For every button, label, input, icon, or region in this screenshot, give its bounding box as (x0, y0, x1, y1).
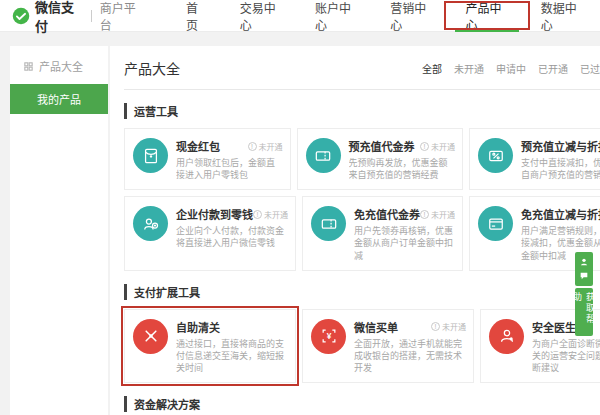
section-title-payment-extension-tools: 支付扩展工具 (124, 284, 600, 300)
brand-logo[interactable]: 微信支付 商户平台 (12, 0, 144, 35)
main-content: 产品大全 全部 未开通 申请中 已开通 已过期 已关闭 运营工具 (110, 46, 600, 415)
pay-bill-icon: ¥ (311, 319, 346, 354)
status-badge: !未开通 (248, 141, 283, 152)
product-card-cash-red-packet[interactable]: 现金红包 !未开通 用户领取红包后，金额直接进入用户零钱包 (124, 128, 291, 190)
product-desc: 先预购再发放，优惠金额来自预充值的营销经费 (349, 157, 456, 181)
product-card-self-customs-clearance[interactable]: 自助清关 通过接口，直接将商品的支付信息递交至海关，缩短报关时间 (124, 309, 296, 383)
status-badge: !未开通 (431, 321, 466, 332)
active-tab-underline (455, 29, 518, 32)
contact-service-button[interactable] (575, 252, 593, 286)
product-desc: 全面开放，通过手机就能完成收银台的搭建，无需技术开发 (354, 338, 466, 374)
body-area: 产品大全 我的产品 产品大全 全部 未开通 申请中 已开通 已过期 已关闭 运营… (0, 32, 600, 415)
card-row: 企业付款到零钱 !未开通 企业向个人付款，付款资金将直接进入用户微信零钱 免充值… (124, 196, 600, 270)
product-card-prefunded-voucher[interactable]: 预充值代金券 !未开通 先预购再发放，优惠金额来自预充值的营销经费 (297, 128, 464, 190)
product-title: 企业付款到零钱 (176, 206, 253, 222)
product-desc: 支付中直接减扣，优惠金额来自商户预充值的营销经费 (521, 157, 600, 181)
sidebar-item-label: 产品大全 (39, 58, 83, 74)
status-badge: !未开通 (420, 141, 455, 152)
page-title: 产品大全 (124, 58, 180, 78)
product-card-enterprise-payment[interactable]: 企业付款到零钱 !未开通 企业向个人付款，付款资金将直接进入用户微信零钱 (124, 196, 296, 270)
nav-tab-transaction-center[interactable]: 交易中心 (224, 0, 299, 32)
product-card-free-voucher[interactable]: 免充值代金券 !未开通 用户先领券再核销，优惠金额从商户订单金额中扣减 (302, 196, 463, 270)
transfer-icon (133, 206, 168, 241)
card-row: 自助清关 通过接口，直接将商品的支付信息递交至海关，缩短报关时间 ¥ 微信买单 … (124, 309, 600, 383)
customs-tools-icon (133, 319, 168, 354)
section-title-operation-tools: 运营工具 (124, 103, 600, 119)
product-desc: 为商户全面诊断微信支付相关的运营安全问题，出具诊断建议 (532, 338, 600, 374)
exclamation-icon: ! (420, 142, 429, 151)
red-packet-icon (133, 138, 168, 173)
product-title: 自助清关 (176, 319, 220, 335)
logo-divider (91, 10, 92, 22)
product-title: 免充值立减与折扣 (521, 206, 600, 222)
product-title: 现金红包 (176, 138, 220, 154)
sidebar: 产品大全 我的产品 (10, 46, 108, 415)
section-title-funds-solutions: 资金解决方案 (124, 396, 600, 412)
product-title: 免充值代金券 (354, 206, 420, 222)
nav-tab-data-center[interactable]: 数据中心 (525, 0, 600, 32)
exclamation-icon: ! (431, 322, 440, 331)
product-title: 预充值立减与折扣 (521, 138, 600, 154)
product-desc: 用户先领券再核销，优惠金额从商户订单金额中扣减 (354, 225, 455, 261)
get-help-button[interactable]: 获取帮助 (575, 288, 593, 336)
main-nav: 首页 交易中心 账户中心 营销中心 产品中心 数据中心 (170, 0, 600, 32)
nav-tab-marketing-center[interactable]: 营销中心 (374, 0, 449, 32)
wechat-pay-logo-icon (12, 7, 30, 25)
filter-applying[interactable]: 申请中 (496, 61, 526, 76)
get-help-label: 获取帮助 (571, 292, 597, 332)
security-doctor-icon (489, 319, 524, 354)
filter-activated[interactable]: 已开通 (538, 61, 568, 76)
filter-expired[interactable]: 已过期 (580, 61, 600, 76)
product-title: 安全医生 (532, 319, 576, 335)
sidebar-item-product-catalog[interactable]: 产品大全 (10, 46, 108, 84)
help-float-widget: 获取帮助 (575, 252, 593, 336)
nav-tab-product-center[interactable]: 产品中心 (449, 0, 524, 32)
voucher-icon (311, 206, 346, 241)
product-card-prefunded-discount[interactable]: 预充值立减与折扣 !未开通 支付中直接减扣，优惠金额来自商户预充值的营销经费 (469, 128, 600, 190)
logo-subtitle: 商户平台 (100, 0, 144, 33)
sidebar-item-my-products[interactable]: 我的产品 (10, 84, 108, 114)
customer-service-icon (579, 257, 589, 267)
filter-all[interactable]: 全部 (422, 61, 442, 76)
product-desc: 用户领取红包后，金额直接进入用户零钱包 (176, 157, 283, 181)
product-title: 预充值代金券 (349, 138, 415, 154)
wechat-pay-merchant-platform-page: 微信支付 商户平台 首页 交易中心 账户中心 营销中心 产品中心 数据中心 (0, 0, 600, 415)
status-badge: !未开通 (253, 209, 288, 220)
product-title: 微信买单 (354, 319, 398, 335)
nav-tab-home[interactable]: 首页 (170, 0, 224, 32)
status-badge: !未开通 (420, 209, 455, 220)
nav-tab-account-center[interactable]: 账户中心 (299, 0, 374, 32)
grid-icon (23, 61, 34, 72)
discount-icon (478, 138, 513, 173)
voucher-icon (306, 138, 341, 173)
discount-card-icon (478, 206, 513, 241)
top-navbar: 微信支付 商户平台 首页 交易中心 账户中心 营销中心 产品中心 数据中心 (0, 0, 600, 32)
product-desc: 企业向个人付款，付款资金将直接进入用户微信零钱 (176, 225, 288, 249)
filter-not-activated[interactable]: 未开通 (454, 61, 484, 76)
svg-text:¥: ¥ (326, 331, 331, 341)
product-card-wechat-pay-bill[interactable]: ¥ 微信买单 !未开通 全面开放，通过手机就能完成收银台的搭建，无需技术开发 (302, 309, 474, 383)
card-row: 现金红包 !未开通 用户领取红包后，金额直接进入用户零钱包 预充值代金券 !未开… (124, 128, 600, 190)
exclamation-icon: ! (420, 210, 429, 219)
product-desc: 通过接口，直接将商品的支付信息递交至海关，缩短报关时间 (176, 338, 288, 374)
exclamation-icon: ! (248, 142, 257, 151)
status-filters: 全部 未开通 申请中 已开通 已过期 已关闭 (422, 61, 600, 76)
exclamation-icon: ! (253, 210, 262, 219)
logo-title: 微信支付 (35, 0, 83, 35)
content-header: 产品大全 全部 未开通 申请中 已开通 已过期 已关闭 (124, 58, 600, 90)
chat-bubble-icon (579, 271, 589, 281)
